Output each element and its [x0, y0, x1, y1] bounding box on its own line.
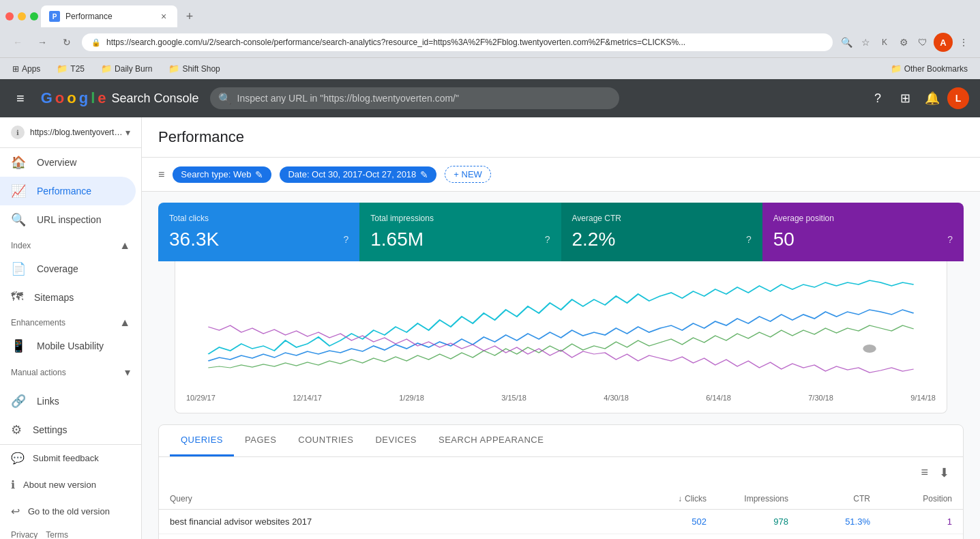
logo-text: Search Console [112, 91, 199, 106]
forward-button[interactable]: → [33, 33, 52, 52]
metric-card-clicks[interactable]: Total clicks 36.3K ? [158, 203, 359, 261]
links-icon: 🔗 [11, 394, 26, 409]
ctr-help-icon[interactable]: ? [746, 234, 752, 245]
sidebar-item-performance[interactable]: 📈 Performance [0, 177, 136, 205]
sort-down-icon: ↓ [678, 494, 682, 504]
apps-grid-button[interactable]: ⊞ [893, 86, 917, 111]
tab-queries[interactable]: QUERIES [170, 425, 234, 456]
submit-feedback-button[interactable]: 💬 Submit feedback [0, 445, 141, 471]
url-search-bar[interactable]: 🔍 [210, 87, 619, 109]
td-ctr: 51.3% [788, 516, 870, 527]
clicks-value: 36.3K [169, 229, 348, 250]
bookmarks-t25[interactable]: 📁 T25 [53, 62, 89, 75]
position-help-icon[interactable]: ? [947, 234, 953, 245]
index-section-toggle[interactable]: ▲ [119, 239, 130, 252]
go-to-old-version-button[interactable]: ↩ Go to the old version [0, 498, 141, 525]
bookmark-icon[interactable]: ☆ [857, 34, 874, 50]
profile-avatar[interactable]: A [934, 33, 953, 52]
user-avatar[interactable]: L [947, 87, 969, 109]
apps-grid-icon: ⊞ [12, 64, 19, 74]
bookmarks-shift-shop[interactable]: 📁 Shift Shop [164, 62, 224, 75]
new-tab-button[interactable]: + [180, 7, 199, 26]
header-icons: ? ⊞ 🔔 L [865, 86, 969, 111]
svg-point-0 [863, 345, 876, 353]
table-row[interactable]: best financial advisor websites 482 2,22… [159, 534, 963, 539]
sidebar-item-url-inspection[interactable]: 🔍 URL inspection [0, 205, 136, 234]
impressions-help-icon[interactable]: ? [545, 234, 550, 245]
bookmarks-apps[interactable]: ⊞ Apps [8, 63, 44, 75]
other-bookmarks[interactable]: 📁 Other Bookmarks [887, 62, 972, 75]
tab-title: Performance [65, 12, 153, 21]
extension-icon[interactable]: ⚙ [895, 34, 912, 50]
td-impressions: 978 [707, 516, 788, 527]
search-icon: 🔍 [11, 212, 26, 227]
site-selector[interactable]: ℹ https://blog.twentyoverten.co... ▾ [0, 117, 141, 148]
privacy-link[interactable]: Privacy [11, 530, 38, 539]
lock-icon: 🔒 [91, 38, 101, 47]
filter-table-button[interactable]: ≡ [918, 463, 931, 483]
clicks-help-icon[interactable]: ? [343, 234, 348, 245]
new-filter-button[interactable]: + NEW [445, 166, 491, 183]
manual-actions-section-toggle[interactable]: ▾ [125, 366, 130, 379]
app-container: ≡ Google Search Console 🔍 ? ⊞ 🔔 L ℹ http… [0, 79, 980, 539]
performance-chart[interactable]: 10/29/17 12/14/17 1/29/18 3/15/18 4/30/1… [175, 261, 947, 413]
notifications-button[interactable]: 🔔 [920, 86, 945, 111]
help-button[interactable]: ? [865, 86, 890, 111]
close-window-button[interactable] [5, 12, 14, 20]
shield-icon[interactable]: 🛡 [915, 34, 931, 50]
chart-x-labels: 10/29/17 12/14/17 1/29/18 3/15/18 4/30/1… [186, 388, 936, 402]
sidebar-item-overview[interactable]: 🏠 Overview [0, 148, 136, 177]
metric-card-position[interactable]: Average position 50 ? [762, 203, 964, 261]
enhancements-section-toggle[interactable]: ▲ [119, 317, 130, 329]
site-selector-arrow-icon: ▾ [125, 127, 130, 138]
sidebar-item-sitemaps[interactable]: 🗺 Sitemaps [0, 283, 136, 311]
back-button[interactable]: ← [8, 33, 27, 52]
th-position[interactable]: Position [870, 494, 952, 504]
sidebar-item-mobile-usability[interactable]: 📱 Mobile Usability [0, 332, 136, 360]
sidebar-item-settings[interactable]: ⚙ Settings [0, 416, 136, 444]
impressions-value: 1.65M [370, 229, 550, 250]
download-button[interactable]: ⬇ [936, 463, 952, 483]
tab-search-appearance[interactable]: SEARCH APPEARANCE [428, 425, 554, 456]
filter-bar: ≡ Search type: Web ✎ Date: Oct 30, 2017-… [142, 158, 980, 192]
sidebar-item-coverage[interactable]: 📄 Coverage [0, 254, 136, 283]
url-input[interactable]: 🔒 https://search.google.com/u/2/search-c… [82, 33, 833, 51]
about-new-version-button[interactable]: ℹ About new version [0, 471, 141, 498]
search-icon[interactable]: 🔍 [838, 34, 855, 50]
bookmarks-daily-burn[interactable]: 📁 Daily Burn [97, 62, 156, 75]
profile-sync-icon[interactable]: K [876, 34, 893, 50]
table-row[interactable]: best financial advisor websites 2017 502… [159, 510, 963, 534]
maximize-window-button[interactable] [30, 12, 38, 20]
tab-countries[interactable]: COUNTRIES [287, 425, 364, 456]
sitemaps-icon: 🗺 [11, 290, 23, 304]
menu-icon[interactable]: ⋮ [955, 34, 972, 50]
th-clicks[interactable]: ↓ Clicks [625, 494, 707, 504]
ctr-label: Average CTR [572, 214, 752, 223]
metric-card-impressions[interactable]: Total impressions 1.65M ? [359, 203, 561, 261]
hamburger-menu[interactable]: ≡ [11, 85, 30, 112]
th-impressions[interactable]: Impressions [707, 494, 788, 504]
home-icon: 🏠 [11, 155, 26, 170]
tab-pages[interactable]: PAGES [234, 425, 287, 456]
url-search-input[interactable] [210, 87, 619, 109]
filter-icon[interactable]: ≡ [158, 169, 164, 181]
tab-close-button[interactable]: × [158, 11, 169, 22]
address-bar-icons: 🔍 ☆ K ⚙ 🛡 A ⋮ [838, 33, 972, 52]
search-bar-icon: 🔍 [218, 92, 232, 105]
metric-card-ctr[interactable]: Average CTR 2.2% ? [561, 203, 762, 261]
sidebar-item-links[interactable]: 🔗 Links [0, 387, 136, 416]
search-type-filter[interactable]: Search type: Web ✎ [173, 166, 271, 183]
folder-icon: 📁 [101, 63, 112, 74]
date-filter[interactable]: Date: Oct 30, 2017-Oct 27, 2018 ✎ [280, 166, 436, 183]
tab-devices[interactable]: DEVICES [364, 425, 428, 456]
feedback-icon: 💬 [11, 452, 25, 465]
privacy-links: Privacy Terms [0, 525, 141, 539]
manual-actions-section-header: Manual actions ▾ [0, 360, 141, 381]
active-tab[interactable]: P Performance × [41, 5, 177, 27]
position-value: 50 [773, 229, 953, 250]
minimize-window-button[interactable] [18, 12, 26, 20]
refresh-button[interactable]: ↻ [57, 33, 76, 52]
terms-link[interactable]: Terms [46, 530, 68, 539]
content-header: Performance [142, 117, 980, 158]
th-ctr[interactable]: CTR [788, 494, 870, 504]
